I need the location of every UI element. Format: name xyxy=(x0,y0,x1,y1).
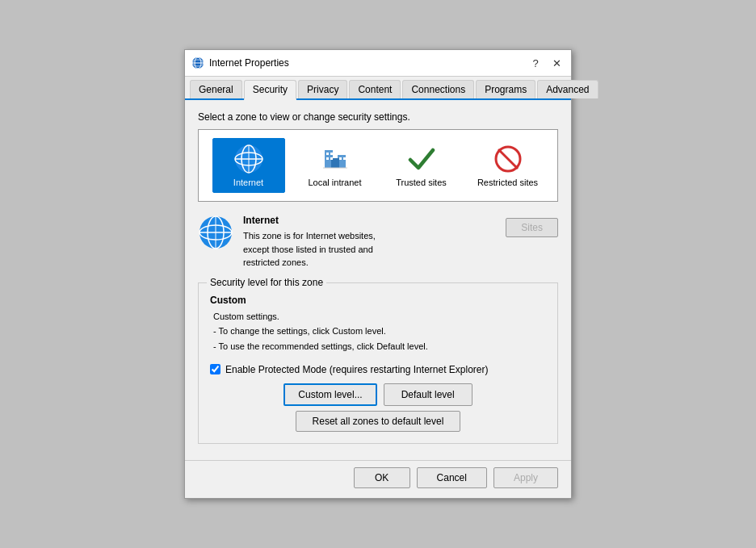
svg-rect-14 xyxy=(326,157,329,160)
zone-selector-box: Internet xyxy=(198,129,558,202)
ok-button[interactable]: OK xyxy=(354,467,410,488)
reset-zones-button[interactable]: Reset all zones to default level xyxy=(296,411,461,432)
local-intranet-icon xyxy=(320,144,351,174)
zone-item-internet[interactable]: Internet xyxy=(212,138,285,193)
zones-container: Internet xyxy=(207,138,549,193)
security-level-group: Security level for this zone Custom Cust… xyxy=(198,282,558,444)
zone-text-area: Internet This zone is for Internet websi… xyxy=(243,215,496,270)
tab-general[interactable]: General xyxy=(190,80,242,98)
titlebar: Internet Properties ? ✕ xyxy=(185,50,571,77)
section-label: Select a zone to view or change security… xyxy=(198,111,558,123)
default-level-button[interactable]: Default level xyxy=(384,383,472,406)
trusted-sites-zone-label: Trusted sites xyxy=(396,178,447,187)
tab-advanced[interactable]: Advanced xyxy=(537,80,598,98)
svg-rect-17 xyxy=(343,157,346,160)
local-intranet-zone-label: Local intranet xyxy=(308,178,361,187)
tab-programs[interactable]: Programs xyxy=(476,80,536,98)
tab-bar: General Security Privacy Content Connect… xyxy=(185,77,571,100)
trusted-sites-icon xyxy=(406,144,437,174)
close-button[interactable]: ✕ xyxy=(548,55,565,71)
cancel-button[interactable]: Cancel xyxy=(417,467,487,488)
security-group-label: Security level for this zone xyxy=(207,277,326,288)
level-buttons: Custom level... Default level xyxy=(210,383,546,406)
security-panel: Select a zone to view or change security… xyxy=(185,100,571,460)
zone-item-local-intranet[interactable]: Local intranet xyxy=(299,138,372,193)
svg-line-20 xyxy=(498,149,518,169)
internet-zone-label: Internet xyxy=(233,178,263,187)
custom-desc-1: Custom settings. xyxy=(213,309,546,324)
dialog-footer: OK Cancel Apply xyxy=(185,460,571,498)
sites-button[interactable]: Sites xyxy=(506,218,558,237)
zone-globe-icon xyxy=(198,215,233,250)
custom-level-button[interactable]: Custom level... xyxy=(284,383,376,406)
help-button[interactable]: ? xyxy=(527,55,544,71)
tab-privacy[interactable]: Privacy xyxy=(298,80,347,98)
tab-connections[interactable]: Connections xyxy=(402,80,474,98)
custom-desc-2: - To change the settings, click Custom l… xyxy=(213,324,546,339)
restricted-sites-icon xyxy=(493,144,523,174)
titlebar-controls: ? ✕ xyxy=(527,55,565,71)
zone-info-row: Internet This zone is for Internet websi… xyxy=(198,210,558,274)
protected-mode-label: Enable Protected Mode (requires restarti… xyxy=(225,364,489,375)
internet-properties-dialog: Internet Properties ? ✕ General Security… xyxy=(184,49,572,499)
tab-security[interactable]: Security xyxy=(244,80,296,100)
custom-label: Custom xyxy=(210,295,546,306)
tab-content[interactable]: Content xyxy=(349,80,401,98)
protected-mode-row: Enable Protected Mode (requires restarti… xyxy=(210,364,546,375)
svg-rect-12 xyxy=(326,153,329,155)
zone-description: This zone is for Internet websites,excep… xyxy=(243,229,496,270)
dialog-title: Internet Properties xyxy=(209,57,289,69)
custom-desc-3: - To use the recommended settings, click… xyxy=(213,339,546,354)
zone-item-restricted-sites[interactable]: Restricted sites xyxy=(472,138,544,193)
svg-rect-15 xyxy=(330,157,333,160)
svg-rect-16 xyxy=(339,157,342,160)
titlebar-left: Internet Properties xyxy=(191,56,289,69)
zone-name: Internet xyxy=(243,215,496,226)
restricted-sites-zone-label: Restricted sites xyxy=(477,178,538,187)
app-icon xyxy=(191,56,204,69)
protected-mode-checkbox[interactable] xyxy=(210,364,220,374)
svg-rect-13 xyxy=(330,153,333,155)
apply-button[interactable]: Apply xyxy=(494,467,558,488)
zone-item-trusted-sites[interactable]: Trusted sites xyxy=(385,138,458,193)
internet-icon xyxy=(233,144,264,174)
